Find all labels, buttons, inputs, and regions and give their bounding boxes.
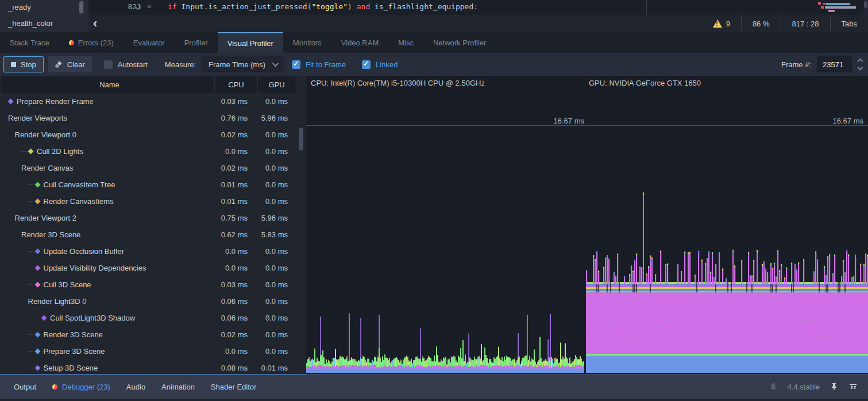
clear-button[interactable]: Clear <box>48 56 92 72</box>
expand-bottom-panel-icon[interactable] <box>848 382 858 391</box>
cpu-time-value: 0.0 ms <box>203 343 248 360</box>
bottom-panel-button-animation[interactable]: Animation <box>153 375 203 399</box>
cpu-time-value: 0.03 ms <box>203 93 248 110</box>
table-row-setup-3d-scene[interactable]: Setup 3D Scene0.08 ms0.01 ms <box>2 360 295 375</box>
profiler-toolbar: Stop Clear Autostart Measure: Frame Time… <box>0 53 868 76</box>
code-editor[interactable]: 821 » if Input.is_action_just_pressed("t… <box>88 0 868 15</box>
bottom-panel-button-shader-editor[interactable]: Shader Editor <box>203 375 265 399</box>
measure-dropdown[interactable]: Frame Time (ms) <box>202 56 284 72</box>
script-editor-strip: _ready_health_color 821 » if Input.is_ac… <box>0 0 868 32</box>
table-row-render-viewports[interactable]: Render Viewports0.76 ms5.96 ms <box>2 110 295 126</box>
code-token: "toggle" <box>311 2 348 11</box>
indent-type-indicator[interactable]: Tabs <box>831 20 868 28</box>
table-row-update-occlusion-buffer[interactable]: Update Occlusion Buffer0.0 ms0.0 ms <box>2 243 295 260</box>
column-header-cpu[interactable]: CPU <box>215 76 258 93</box>
spin-up-icon[interactable] <box>858 59 863 64</box>
cpu-time-value: 0.75 ms <box>203 210 248 226</box>
function-list-item-health-color[interactable]: _health_color <box>0 16 88 32</box>
tab-network-profiler[interactable]: Network Profiler <box>423 32 496 53</box>
tab-video-ram[interactable]: Video RAM <box>331 32 389 53</box>
table-row-prepare-3d-scene[interactable]: Prepare 3D Scene0.0 ms0.0 ms <box>2 343 295 360</box>
minimap-mark <box>818 2 821 5</box>
table-row-render-3d-scene[interactable]: Render 3D Scene0.02 ms0.0 ms <box>2 326 295 343</box>
spin-down-icon[interactable] <box>858 65 863 71</box>
bottom-panel-button-output[interactable]: Output <box>6 375 44 399</box>
tree-connector <box>28 351 33 352</box>
measurement-diamond-icon <box>41 315 47 321</box>
code-line[interactable]: if Input.is_action_just_pressed("toggle"… <box>168 2 478 11</box>
table-row-cull-3d-scene[interactable]: Cull 3D Scene0.03 ms0.0 ms <box>2 276 295 293</box>
bottom-panel-button-debugger-23[interactable]: Debugger (23) <box>44 375 118 399</box>
measurement-name: Render Viewport 2 <box>15 214 76 222</box>
measurement-name: Prepare Render Frame <box>17 97 94 106</box>
fit-to-frame-checkbox[interactable]: Fit to Frame <box>292 60 346 69</box>
profiler-tree-panel: Name CPU GPU Prepare Render Frame0.03 ms… <box>0 76 306 375</box>
table-row-cull-spotlight3d-shadow[interactable]: Cull SpotLight3D Shadow0.06 ms0.0 ms <box>2 310 295 326</box>
function-list-scrollbar[interactable] <box>79 0 84 16</box>
table-row-render-viewport-2[interactable]: Render Viewport 20.75 ms5.96 ms <box>2 210 295 226</box>
table-row-update-visibility-dependencies[interactable]: Update Visibility Dependencies0.0 ms0.0 … <box>2 260 295 276</box>
tree-connector <box>28 284 33 285</box>
cpu-time-value: 0.02 ms <box>203 126 248 143</box>
bottom-panel-bar: OutputDebugger (23)AudioAnimationShader … <box>0 375 868 399</box>
gpu-time-value: 0.0 ms <box>249 276 288 293</box>
table-row-cull-canvasitem-tree[interactable]: Cull CanvasItem Tree0.01 ms0.0 ms <box>2 176 295 193</box>
measurement-name: Render Viewport 0 <box>15 130 76 139</box>
tab-evaluator[interactable]: Evaluator <box>124 32 175 53</box>
cpu-time-value: 0.06 ms <box>203 310 248 326</box>
gpu-time-value: 0.0 ms <box>249 176 288 193</box>
tree-scrollbar[interactable] <box>298 76 304 374</box>
bottom-panel-button-audio[interactable]: Audio <box>118 375 153 399</box>
warning-count-indicator[interactable]: 9 <box>702 20 741 28</box>
frame-number-spinbox[interactable]: 23571 <box>817 56 852 72</box>
gpu-time-value: 0.0 ms <box>249 293 288 310</box>
table-row-cull-2d-lights[interactable]: Cull 2D Lights0.0 ms0.0 ms <box>2 143 295 160</box>
tab-visual-profiler[interactable]: Visual Profiler <box>218 32 283 53</box>
measurement-name: Cull 2D Lights <box>37 147 83 156</box>
tab-label: Errors (23) <box>78 38 114 47</box>
linked-checkbox[interactable]: Linked <box>362 60 398 69</box>
measurement-diamond-icon <box>34 249 40 255</box>
profiler-graph[interactable] <box>306 76 868 373</box>
editor-zoom-indicator[interactable]: 86 % <box>742 20 781 28</box>
tab-stack-trace[interactable]: Stack Trace <box>0 32 59 53</box>
notification-bell-icon[interactable] <box>769 382 778 391</box>
caret-position-indicator: 817 : 28 <box>781 20 830 28</box>
table-row-render-3d-scene[interactable]: Render 3D Scene0.62 ms5.83 ms <box>2 226 295 243</box>
table-row-render-canvasitems[interactable]: Render CanvasItems0.01 ms0.0 ms <box>2 193 295 210</box>
code-scrollbar[interactable] <box>863 0 868 15</box>
measurement-diamond-icon <box>34 282 40 288</box>
function-list-item-ready[interactable]: _ready <box>0 0 88 16</box>
column-header-name[interactable]: Name <box>5 76 215 93</box>
tab-profiler[interactable]: Profiler <box>175 32 218 53</box>
editor-divider <box>646 0 647 15</box>
error-warning-dot-icon <box>69 40 74 45</box>
column-header-gpu[interactable]: GPU <box>258 76 295 93</box>
tab-errors-23[interactable]: Errors (23) <box>59 32 124 53</box>
table-row-render-viewport-0[interactable]: Render Viewport 00.02 ms0.0 ms <box>2 126 295 143</box>
pin-icon[interactable] <box>830 382 839 391</box>
cpu-time-value: 0.06 ms <box>203 293 248 310</box>
version-label[interactable]: 4.4.stable <box>788 383 820 391</box>
table-row-prepare-render-frame[interactable]: Prepare Render Frame0.03 ms0.0 ms <box>2 93 295 110</box>
tab-misc[interactable]: Misc <box>388 32 423 53</box>
bottom-panel-button-label: Shader Editor <box>211 383 257 391</box>
measurement-diamond-icon <box>28 149 34 155</box>
autostart-checkbox[interactable]: Autostart <box>104 60 148 69</box>
tab-label: Network Profiler <box>433 38 486 47</box>
chevron-left-icon[interactable]: ‹ <box>93 16 97 31</box>
gpu-time-value: 0.0 ms <box>249 160 288 176</box>
code-token: is_flashlight_equipped <box>370 2 473 11</box>
cpu-time-value: 0.0 ms <box>203 243 248 260</box>
gpu-time-value: 5.96 ms <box>249 110 288 126</box>
stop-button[interactable]: Stop <box>3 56 44 72</box>
tab-label: Evaluator <box>133 38 165 47</box>
code-token: : <box>473 2 478 11</box>
table-row-render-canvas[interactable]: Render Canvas0.02 ms0.0 ms <box>2 160 295 176</box>
measurement-name: Prepare 3D Scene <box>44 347 105 356</box>
tab-monitors[interactable]: Monitors <box>283 32 331 53</box>
caret-jump-icon: » <box>147 2 151 10</box>
measurement-diamond-icon <box>34 332 40 338</box>
table-row-render-light3d-0[interactable]: Render Light3D 00.06 ms0.0 ms <box>2 293 295 310</box>
measurement-diamond-icon <box>8 99 14 105</box>
